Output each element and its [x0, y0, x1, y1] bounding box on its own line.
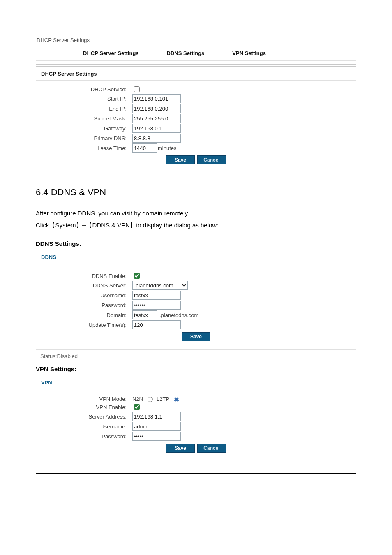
dhcp-start-label: Start IP: [36, 96, 132, 102]
dhcp-mask-input[interactable] [132, 114, 181, 123]
dhcp-cancel-button[interactable]: Cancel [197, 155, 226, 164]
dhcp-gw-input[interactable] [132, 124, 181, 133]
ddns-title: DDNS [36, 250, 356, 264]
ddns-user-input[interactable] [132, 291, 181, 300]
dhcp-service-checkbox[interactable] [134, 86, 140, 92]
ddns-save-button[interactable]: Save [182, 332, 210, 341]
vpn-save-button[interactable]: Save [166, 444, 195, 453]
vpn-server-input[interactable] [132, 412, 181, 421]
page-top-rule [36, 25, 356, 25]
vpn-mode-l2tp-label: L2TP [157, 396, 169, 402]
dhcp-lease-suffix: minutes [158, 145, 177, 151]
dhcp-start-input[interactable] [132, 94, 181, 103]
ddns-pass-input[interactable] [132, 301, 181, 310]
dhcp-gw-label: Gateway: [36, 125, 132, 132]
tabs-bar: DHCP Server Settings DDNS Settings VPN S… [36, 46, 356, 61]
tab-vpn[interactable]: VPN Settings [218, 46, 280, 60]
ddns-status: Status:Disabled [36, 349, 356, 363]
dhcp-end-input[interactable] [132, 104, 181, 113]
ddns-domain-input[interactable] [132, 310, 157, 319]
dhcp-lease-input[interactable] [132, 143, 157, 153]
screenshot-caption: DHCP Server Settings [37, 37, 356, 43]
ddns-form: DDNS Enable: DDNS Server: planetddns.com… [36, 264, 356, 349]
dhcp-lease-label: Lease Time: [36, 145, 132, 151]
ddns-enable-checkbox[interactable] [134, 273, 140, 279]
vpn-mode-label: VPN Mode: [36, 396, 132, 402]
vpn-panel: VPN VPN Mode: N2N L2TP VPN Enable: Serve… [36, 375, 356, 461]
ddns-server-select[interactable]: planetddns.com [132, 281, 188, 290]
dhcp-title: DHCP Server Settings [36, 67, 356, 81]
ddns-enable-label: DDNS Enable: [36, 273, 132, 279]
vpn-form: VPN Mode: N2N L2TP VPN Enable: Server Ad… [36, 389, 356, 461]
page-bottom-rule [36, 473, 356, 474]
dhcp-mask-label: Subnet Mask: [36, 116, 132, 122]
dhcp-service-label: DHCP Service: [36, 86, 132, 92]
vpn-mode-n2n-label: N2N [132, 396, 143, 402]
dhcp-dns-input[interactable] [132, 134, 181, 143]
ddns-pass-label: Password: [36, 302, 132, 308]
section-heading: 6.4 DDNS & VPN [36, 187, 356, 198]
vpn-title: VPN [36, 375, 356, 389]
tab-dhcp[interactable]: DHCP Server Settings [69, 46, 153, 60]
vpn-user-input[interactable] [132, 422, 181, 431]
ddns-panel: DDNS DDNS Enable: DDNS Server: planetddn… [36, 250, 356, 363]
vpn-enable-checkbox[interactable] [134, 404, 140, 410]
tabs-panel: DHCP Server Settings DDNS Settings VPN S… [36, 46, 356, 65]
ddns-domain-suffix: .planetddns.com [159, 312, 198, 318]
body-text: After configure DDNS, you can visit by d… [36, 208, 356, 231]
vpn-cancel-button[interactable]: Cancel [197, 444, 226, 453]
ddns-server-label: DDNS Server: [36, 282, 132, 289]
vpn-heading: VPN Settings: [36, 365, 356, 372]
vpn-pass-label: Password: [36, 433, 132, 439]
body-p1: After configure DDNS, you can visit by d… [36, 210, 189, 217]
dhcp-save-button[interactable]: Save [166, 155, 195, 164]
tab-ddns[interactable]: DDNS Settings [153, 46, 219, 60]
body-p2: Click【System】--【DDNS & VPN】to display th… [36, 222, 218, 229]
vpn-pass-input[interactable] [132, 432, 181, 441]
vpn-mode-n2n-radio[interactable] [148, 397, 153, 402]
vpn-mode-l2tp-radio[interactable] [174, 397, 179, 402]
dhcp-dns-label: Primary DNS: [36, 135, 132, 141]
dhcp-form: DHCP Service: Start IP: End IP: Subnet M… [36, 81, 356, 173]
dhcp-end-label: End IP: [36, 106, 132, 112]
ddns-update-label: Update Time(s): [36, 322, 132, 328]
ddns-user-label: Username: [36, 292, 132, 298]
ddns-update-input[interactable] [132, 320, 181, 329]
ddns-domain-label: Domain: [36, 312, 132, 318]
vpn-server-label: Server Address: [36, 414, 132, 420]
vpn-enable-label: VPN Enable: [36, 404, 132, 410]
dhcp-panel: DHCP Server Settings DHCP Service: Start… [36, 66, 356, 173]
ddns-heading: DDNS Settings: [36, 240, 356, 247]
vpn-user-label: Username: [36, 423, 132, 430]
